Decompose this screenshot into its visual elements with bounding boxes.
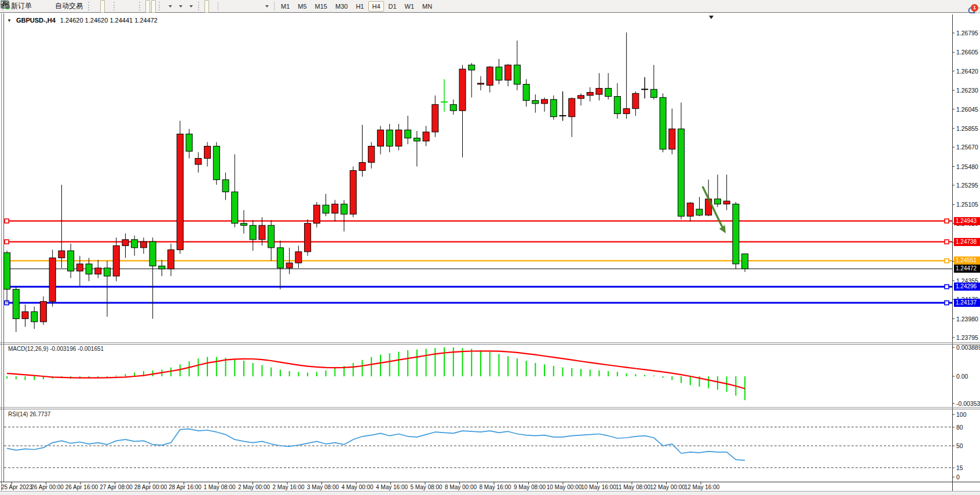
- candle-body: [140, 241, 147, 248]
- price-tick-label: 1.26795: [956, 30, 978, 36]
- line-anchor-square: [5, 240, 9, 244]
- time-axis-label: 10 May 16:00: [581, 484, 617, 490]
- chart-plot-area[interactable]: [0, 0, 980, 495]
- candle-body: [13, 289, 19, 319]
- candle-body: [68, 251, 74, 271]
- rsi-axis-label: 100: [956, 411, 967, 418]
- candle-body: [723, 201, 730, 204]
- candle-body: [660, 97, 666, 149]
- rsi-label: RSI(14) 26.7737: [8, 411, 50, 417]
- candle-body: [542, 100, 548, 104]
- line-anchor-square: [945, 219, 949, 223]
- line-anchor-square: [945, 240, 949, 244]
- candle-body: [40, 302, 46, 322]
- candle-body: [487, 67, 493, 86]
- price-tick-label: 1.23980: [956, 316, 978, 322]
- candle-body: [195, 159, 202, 165]
- candle-body: [58, 251, 65, 258]
- candle-body: [496, 67, 502, 80]
- candle-body: [122, 240, 129, 246]
- candle-body: [22, 311, 28, 318]
- rsi-axis-label: 50: [956, 442, 963, 449]
- price-chip: 1.24551: [954, 256, 980, 265]
- status-bar: [0, 491, 980, 495]
- time-axis-label: 10 May 00:00: [546, 484, 582, 490]
- time-axis-label: 28 Apr 16:00: [167, 484, 203, 490]
- price-tick-label: 1.25855: [956, 125, 978, 132]
- candle-body: [650, 89, 657, 97]
- price-tick-label: 1.25480: [956, 163, 978, 170]
- macd-axis-label: -0.003533: [956, 400, 980, 407]
- candle-body: [341, 204, 348, 214]
- macd-label: MACD(12,26,9) -0.003196 -0.001651: [8, 346, 104, 352]
- candle-body: [396, 130, 402, 146]
- candle-body: [168, 250, 174, 269]
- rsi-line: [7, 429, 745, 460]
- candle-body: [614, 97, 620, 114]
- candle-body: [368, 146, 375, 162]
- candle-body: [569, 98, 575, 117]
- time-axis-label: 8 May 00:00: [443, 484, 479, 490]
- price-tick-label: 1.26420: [956, 68, 978, 75]
- time-axis-label: 4 May 00:00: [339, 484, 375, 490]
- candle-body: [459, 69, 466, 111]
- price-chip: 1.24943: [954, 217, 980, 225]
- candle-body: [305, 223, 311, 252]
- candle-body: [250, 225, 256, 240]
- candle-body: [177, 134, 183, 250]
- candle-body: [232, 192, 238, 223]
- price-tick-label: 1.26605: [956, 49, 978, 56]
- candle-body: [532, 101, 539, 104]
- macd-signal-line: [7, 351, 745, 388]
- candle-body: [268, 225, 275, 248]
- price-tick-label: 1.26045: [956, 106, 978, 113]
- candle-body: [377, 130, 383, 146]
- candle-body: [76, 264, 83, 271]
- candle-body: [350, 171, 356, 214]
- candle-body: [222, 179, 229, 192]
- line-anchor-square: [5, 219, 9, 223]
- line-anchor-square: [945, 301, 949, 305]
- candle-body: [514, 65, 520, 84]
- candle-body: [313, 205, 320, 223]
- time-axis-label: 11 May 08:00: [615, 484, 651, 490]
- candle-body: [623, 109, 630, 114]
- candle-body: [550, 100, 557, 117]
- macd-pane: [7, 347, 745, 400]
- price-chip: 1.24296: [954, 283, 980, 291]
- time-axis-label: 4 May 16:00: [374, 484, 410, 490]
- time-axis-label: 9 May 08:00: [512, 484, 548, 490]
- time-axis-label: 26 Apr 16:00: [64, 484, 100, 490]
- price-chip: 1.24472: [954, 265, 980, 273]
- time-axis-label: 1 May 08:00: [202, 484, 237, 490]
- candle-body: [295, 252, 302, 263]
- candle-body: [696, 209, 703, 215]
- candle-body: [259, 225, 265, 240]
- time-axis-label: 2 May 00:00: [236, 484, 272, 490]
- candle-body: [405, 130, 411, 138]
- candle-body: [423, 132, 429, 141]
- price-tick-label: 1.23795: [956, 334, 978, 341]
- time-axis-label: 26 Apr 00:00: [30, 484, 65, 490]
- candle-body: [733, 204, 739, 263]
- candle-body: [104, 268, 111, 276]
- macd-axis-label: 0.00: [956, 373, 968, 380]
- candle-body: [240, 223, 247, 226]
- candle-body: [332, 204, 338, 213]
- time-axis-label: 25 Apr 2023: [1, 484, 32, 490]
- candle-body: [687, 203, 693, 217]
- candle-body: [477, 83, 484, 85]
- candle-body: [605, 89, 612, 97]
- candle-body: [386, 130, 393, 146]
- candle-body: [432, 105, 438, 132]
- candle-body: [669, 129, 675, 149]
- candle-body: [277, 248, 283, 268]
- candle-body: [204, 146, 211, 158]
- candle-body: [86, 264, 92, 274]
- candle-body: [113, 245, 119, 276]
- price-tick-label: 1.26230: [956, 87, 978, 94]
- candle-body: [149, 241, 156, 266]
- time-axis-label: 27 Apr 08:00: [98, 484, 134, 490]
- candle-body: [95, 268, 101, 274]
- rsi-pane: [4, 427, 952, 468]
